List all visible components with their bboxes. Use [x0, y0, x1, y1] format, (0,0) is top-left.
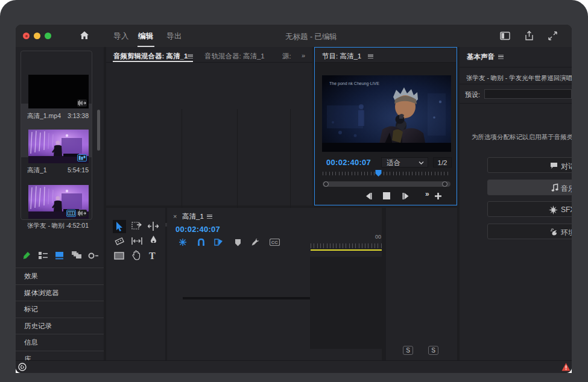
project-item-sequence-thumb[interactable]: [28, 130, 89, 163]
assign-tag-hint: 为所选项分配标记以启用基于音频类型的编辑选项。: [472, 133, 572, 142]
timeline-ruler[interactable]: [311, 243, 382, 248]
stop-button[interactable]: [383, 192, 390, 199]
sfx-label: SFX: [561, 205, 572, 214]
scrubber-handle-left[interactable]: [323, 181, 329, 187]
sidebar-item-media-browser[interactable]: 媒体浏览器: [16, 284, 104, 301]
icon-view-icon[interactable]: [55, 251, 64, 260]
sidebar-item-info[interactable]: 信息: [16, 334, 104, 351]
program-playhead[interactable]: [375, 170, 382, 177]
svg-text:The pond nk Cheung·LIVE: The pond nk Cheung·LIVE: [329, 81, 379, 86]
tab-sequence[interactable]: 高清_1: [182, 212, 204, 221]
solo-right-button[interactable]: S: [428, 346, 438, 355]
rolling-edit-tool[interactable]: [114, 236, 125, 246]
playback-resolution-select[interactable]: 1/2: [433, 157, 452, 168]
add-button-icon[interactable]: [434, 192, 442, 200]
more-tabs-icon[interactable]: »: [302, 52, 305, 59]
sfx-button[interactable]: SFX: [487, 201, 572, 217]
ripple-edit-tool[interactable]: [148, 221, 159, 232]
dialogue-label: 对话: [561, 161, 572, 172]
snap-magnet-icon[interactable]: [197, 238, 205, 246]
close-tab-icon[interactable]: ×: [173, 213, 177, 220]
timeline-panel: × 高清_1 00:02:40:07 CC: [167, 208, 382, 360]
creative-cloud-icon[interactable]: [18, 363, 27, 371]
clip-mixer-panel: 音频剪辑混合器: 高清_1 音轨混合器: 高清_1 源: »: [106, 47, 312, 205]
ruler-timecode: 00: [375, 234, 381, 240]
type-tool[interactable]: T: [149, 251, 156, 261]
preset-label: 预设:: [465, 90, 480, 99]
zoom-slider[interactable]: [88, 252, 101, 259]
ambience-label: 环境: [561, 228, 572, 238]
project-item-video-thumb[interactable]: [28, 185, 89, 219]
tab-program[interactable]: 节目: 高清_1: [322, 52, 361, 61]
panel-menu-icon[interactable]: [207, 214, 212, 219]
nested-sequence-icon[interactable]: [179, 238, 187, 246]
more-controls-icon[interactable]: »: [425, 190, 429, 198]
sidebar-item-effects[interactable]: 效果: [16, 268, 104, 284]
sidebar-item-history[interactable]: 历史记录: [16, 318, 104, 334]
home-icon[interactable]: [79, 30, 90, 41]
program-video-frame[interactable]: The pond nk Cheung·LIVE: [322, 75, 451, 152]
slip-tool[interactable]: [131, 236, 143, 246]
step-back-button[interactable]: [364, 192, 373, 200]
hand-tool[interactable]: [131, 250, 141, 260]
zoom-level-select[interactable]: 适合: [381, 157, 428, 168]
step-forward-button[interactable]: [402, 192, 410, 200]
tab-audio-track-mixer[interactable]: 音轨混合器: 高清_1: [204, 52, 265, 61]
share-icon[interactable]: [523, 30, 535, 42]
pen-tool-icon[interactable]: [22, 251, 31, 260]
linked-selection-icon[interactable]: [214, 238, 223, 246]
program-monitor-panel: 节目: 高清_1: [314, 47, 457, 205]
tab-essential-sound[interactable]: 基本声音: [467, 52, 495, 61]
add-marker-icon[interactable]: [235, 239, 241, 246]
music-button[interactable]: 音乐: [487, 180, 572, 195]
work-area-bar: [311, 249, 382, 251]
tab-edit[interactable]: 编辑: [138, 31, 154, 42]
project-item-duration: 3:13:38: [55, 112, 89, 119]
document-title: 无标题 - 已编辑: [203, 32, 420, 42]
timeline-timecode[interactable]: 00:02:40:07: [175, 225, 220, 234]
track-select-tool[interactable]: [131, 221, 142, 232]
zoom-button[interactable]: [45, 33, 51, 39]
freeform-view-icon[interactable]: [71, 251, 82, 260]
minimize-button[interactable]: [34, 33, 40, 39]
program-ruler[interactable]: [323, 172, 450, 175]
warning-icon[interactable]: [561, 363, 571, 371]
selection-tool[interactable]: [113, 220, 126, 233]
tab-source[interactable]: 源:: [282, 52, 291, 61]
close-button[interactable]: [23, 33, 30, 39]
panel-menu-icon[interactable]: [498, 55, 504, 59]
ambience-button[interactable]: 环境: [487, 224, 572, 239]
project-item-name[interactable]: 高清_1: [27, 166, 47, 175]
sidebar-item-markers[interactable]: 标记: [16, 301, 104, 318]
scrubber-handle-right[interactable]: [442, 181, 447, 187]
timeline-settings-icon[interactable]: [251, 237, 260, 246]
pen-tool[interactable]: [149, 235, 158, 246]
dialogue-button[interactable]: 对话: [487, 157, 572, 173]
rectangle-tool[interactable]: [114, 252, 124, 260]
waveform-badge-icon: [77, 210, 87, 217]
list-view-icon[interactable]: [38, 251, 48, 260]
status-bar: [16, 360, 572, 373]
workspace-icon[interactable]: [499, 30, 511, 42]
tab-import[interactable]: 导入: [113, 31, 129, 42]
project-item-audio-thumb[interactable]: [28, 75, 89, 108]
tab-export[interactable]: 导出: [166, 31, 182, 42]
preset-select[interactable]: [484, 89, 572, 99]
titlebar: 导入 编辑 导出 无标题 - 已编辑: [16, 25, 572, 47]
essential-sound-panel: 基本声音 张学友 - 吻别 - 学友光年世界巡回演唱会 预设: 为所选项分配标记…: [460, 47, 572, 360]
solo-left-button[interactable]: S: [403, 346, 413, 355]
tools-panel: T: [106, 208, 165, 360]
program-timecode[interactable]: 00:02:40:07: [326, 158, 371, 167]
program-scrubber[interactable]: [323, 181, 450, 187]
project-panel: 高清_1.mp4 3:13:38: [16, 47, 104, 360]
project-item-duration: 4:52:01: [55, 222, 89, 229]
audio-meters-panel: S S: [386, 208, 457, 360]
fullscreen-icon[interactable]: [547, 30, 558, 42]
panel-menu-icon[interactable]: [368, 54, 373, 58]
waveform-badge-icon: [77, 99, 87, 107]
tab-audio-clip-mixer[interactable]: 音频剪辑混合器: 高清_1: [113, 52, 188, 61]
captions-icon[interactable]: CC: [270, 239, 280, 246]
panel-menu-icon[interactable]: [188, 54, 193, 58]
project-scrollbar[interactable]: [97, 110, 100, 151]
svg-text:CC: CC: [271, 240, 278, 245]
